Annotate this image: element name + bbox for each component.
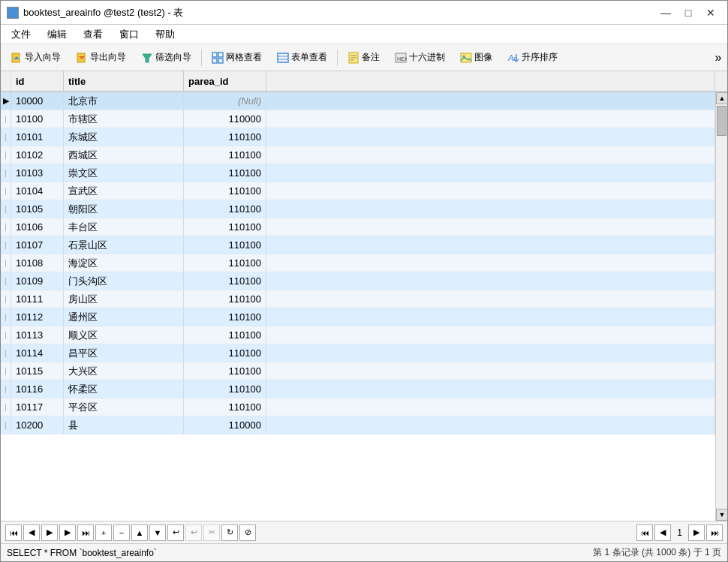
cell-title[interactable]: 北京市 <box>64 92 184 110</box>
cell-id[interactable]: 10115 <box>11 362 64 380</box>
cell-id[interactable]: 10100 <box>11 110 64 128</box>
cell-id[interactable]: 10109 <box>11 272 64 290</box>
hex-button[interactable]: HEX 十六进制 <box>388 47 452 68</box>
menu-view[interactable]: 查看 <box>76 26 110 43</box>
cell-title[interactable]: 朝阳区 <box>64 200 184 218</box>
table-row[interactable]: |10114昌平区110100 <box>1 344 715 362</box>
cell-id[interactable]: 10200 <box>11 416 64 434</box>
nav-cut-button[interactable]: ✂ <box>203 524 220 541</box>
nav-next-button[interactable]: ▶ <box>59 524 76 541</box>
cell-id[interactable]: 10114 <box>11 344 64 362</box>
scroll-up-button[interactable]: ▲ <box>716 92 727 104</box>
minimize-button[interactable]: — <box>655 5 676 20</box>
table-row[interactable]: |10101东城区110100 <box>1 128 715 146</box>
cell-id[interactable]: 10000 <box>11 92 64 110</box>
nav-prev-page-button[interactable]: ◀ <box>23 524 40 541</box>
table-row[interactable]: |10116怀柔区110100 <box>1 380 715 398</box>
cell-id[interactable]: 10117 <box>11 398 64 416</box>
cell-title[interactable]: 崇文区 <box>64 164 184 182</box>
scroll-down-button[interactable]: ▼ <box>716 509 727 521</box>
cell-title[interactable]: 市辖区 <box>64 110 184 128</box>
nav-redo-button[interactable]: ↩ <box>185 524 202 541</box>
nav-clear-button[interactable]: ⊘ <box>239 524 256 541</box>
cell-parea-id[interactable]: 110100 <box>184 254 266 272</box>
nav-prev-button[interactable]: ▶ <box>41 524 58 541</box>
cell-id[interactable]: 10103 <box>11 164 64 182</box>
note-button[interactable]: 备注 <box>341 47 387 68</box>
table-row[interactable]: |10115大兴区110100 <box>1 362 715 380</box>
cell-title[interactable]: 通州区 <box>64 308 184 326</box>
nav-first-button[interactable]: ⏮ <box>5 524 22 541</box>
nav-move-up-button[interactable]: ▲ <box>131 524 148 541</box>
table-row[interactable]: |10117平谷区110100 <box>1 398 715 416</box>
cell-title[interactable]: 宣武区 <box>64 182 184 200</box>
import-wizard-button[interactable]: 导入向导 <box>4 47 68 68</box>
cell-title[interactable]: 门头沟区 <box>64 272 184 290</box>
cell-parea-id[interactable]: 110100 <box>184 146 266 164</box>
table-row[interactable]: ▶10000北京市(Null) <box>1 92 715 110</box>
nav-page-prev-button[interactable]: ◀ <box>654 524 671 541</box>
cell-id[interactable]: 10102 <box>11 146 64 164</box>
table-row[interactable]: |10103崇文区110100 <box>1 164 715 182</box>
export-wizard-button[interactable]: 导出向导 <box>69 47 133 68</box>
menu-window[interactable]: 窗口 <box>112 26 146 43</box>
cell-title[interactable]: 东城区 <box>64 128 184 146</box>
table-row[interactable]: |10108海淀区110100 <box>1 254 715 272</box>
cell-parea-id[interactable]: 110100 <box>184 290 266 308</box>
filter-wizard-button[interactable]: 筛选向导 <box>134 47 198 68</box>
cell-title[interactable]: 丰台区 <box>64 218 184 236</box>
sort-button[interactable]: Az 升序排序 <box>501 47 564 68</box>
cell-parea-id[interactable]: 110100 <box>184 380 266 398</box>
cell-parea-id[interactable]: 110100 <box>184 308 266 326</box>
nav-undo-button[interactable]: ↩ <box>167 524 184 541</box>
table-row[interactable]: |10112通州区110100 <box>1 308 715 326</box>
table-row[interactable]: |10100市辖区110000 <box>1 110 715 128</box>
cell-title[interactable]: 昌平区 <box>64 344 184 362</box>
table-row[interactable]: |10109门头沟区110100 <box>1 272 715 290</box>
cell-parea-id[interactable]: 110100 <box>184 218 266 236</box>
column-header-parea-id[interactable]: parea_id <box>184 71 266 91</box>
nav-page-last-button[interactable]: ⏭ <box>706 524 723 541</box>
menu-file[interactable]: 文件 <box>4 26 38 43</box>
toolbar-more-button[interactable]: » <box>712 47 724 68</box>
maximize-button[interactable]: □ <box>678 5 699 20</box>
cell-title[interactable]: 海淀区 <box>64 254 184 272</box>
cell-id[interactable]: 10113 <box>11 326 64 344</box>
cell-parea-id[interactable]: 110100 <box>184 128 266 146</box>
cell-title[interactable]: 石景山区 <box>64 236 184 254</box>
cell-id[interactable]: 10107 <box>11 236 64 254</box>
table-row[interactable]: |10102西城区110100 <box>1 146 715 164</box>
cell-parea-id[interactable]: 110100 <box>184 200 266 218</box>
cell-id[interactable]: 10111 <box>11 290 64 308</box>
table-row[interactable]: |10107石景山区110100 <box>1 236 715 254</box>
column-header-id[interactable]: id <box>11 71 64 91</box>
cell-title[interactable]: 西城区 <box>64 146 184 164</box>
table-row[interactable]: |10200县110000 <box>1 416 715 434</box>
nav-delete-button[interactable]: − <box>113 524 130 541</box>
image-button[interactable]: 图像 <box>453 47 499 68</box>
cell-title[interactable]: 怀柔区 <box>64 380 184 398</box>
nav-move-down-button[interactable]: ▼ <box>149 524 166 541</box>
cell-parea-id[interactable]: 110100 <box>184 182 266 200</box>
cell-id[interactable]: 10105 <box>11 200 64 218</box>
cell-parea-id[interactable]: 110100 <box>184 326 266 344</box>
cell-parea-id[interactable]: 110000 <box>184 416 266 434</box>
nav-refresh-button[interactable]: ↻ <box>221 524 238 541</box>
cell-id[interactable]: 10106 <box>11 218 64 236</box>
menu-help[interactable]: 帮助 <box>148 26 182 43</box>
cell-parea-id[interactable]: 110100 <box>184 344 266 362</box>
scroll-thumb[interactable] <box>717 106 726 136</box>
cell-title[interactable]: 顺义区 <box>64 326 184 344</box>
cell-parea-id[interactable]: 110000 <box>184 110 266 128</box>
table-row[interactable]: |10105朝阳区110100 <box>1 200 715 218</box>
column-header-title[interactable]: title <box>64 71 184 91</box>
cell-id[interactable]: 10112 <box>11 308 64 326</box>
cell-id[interactable]: 10116 <box>11 380 64 398</box>
nav-add-button[interactable]: + <box>95 524 112 541</box>
cell-parea-id[interactable]: 110100 <box>184 272 266 290</box>
cell-id[interactable]: 10108 <box>11 254 64 272</box>
cell-id[interactable]: 10101 <box>11 128 64 146</box>
cell-parea-id[interactable]: (Null) <box>184 92 266 110</box>
scroll-track[interactable] <box>716 104 727 509</box>
nav-page-next-button[interactable]: ▶ <box>688 524 705 541</box>
